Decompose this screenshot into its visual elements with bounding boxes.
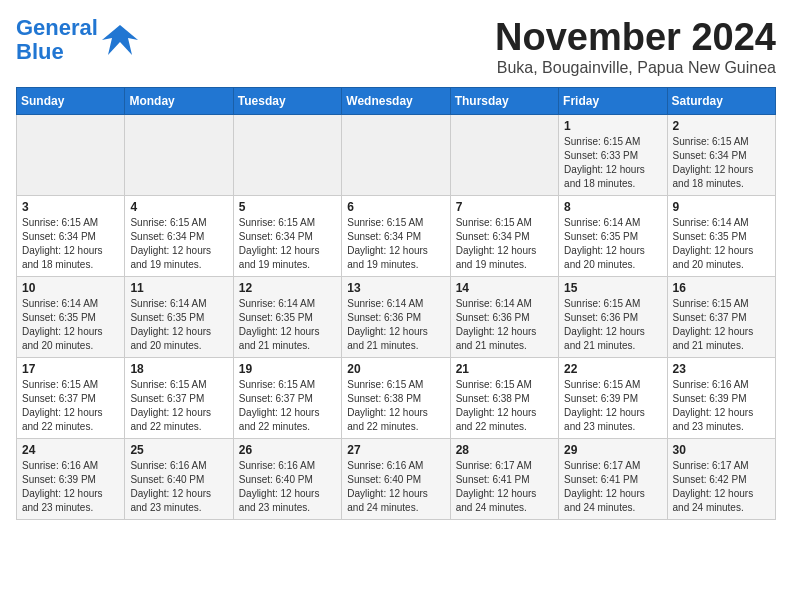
- day-info: Sunrise: 6:16 AM Sunset: 6:40 PM Dayligh…: [130, 459, 227, 515]
- calendar-cell: 13Sunrise: 6:14 AM Sunset: 6:36 PM Dayli…: [342, 277, 450, 358]
- page-header: General Blue November 2024 Buka, Bougain…: [16, 16, 776, 77]
- calendar-cell: [450, 115, 558, 196]
- day-info: Sunrise: 6:15 AM Sunset: 6:38 PM Dayligh…: [456, 378, 553, 434]
- day-info: Sunrise: 6:15 AM Sunset: 6:34 PM Dayligh…: [130, 216, 227, 272]
- calendar-cell: 12Sunrise: 6:14 AM Sunset: 6:35 PM Dayli…: [233, 277, 341, 358]
- day-number: 25: [130, 443, 227, 457]
- title-block: November 2024 Buka, Bougainville, Papua …: [495, 16, 776, 77]
- day-number: 28: [456, 443, 553, 457]
- day-number: 17: [22, 362, 119, 376]
- calendar-cell: 2Sunrise: 6:15 AM Sunset: 6:34 PM Daylig…: [667, 115, 775, 196]
- calendar-cell: 24Sunrise: 6:16 AM Sunset: 6:39 PM Dayli…: [17, 439, 125, 520]
- day-info: Sunrise: 6:15 AM Sunset: 6:34 PM Dayligh…: [239, 216, 336, 272]
- weekday-header: Tuesday: [233, 88, 341, 115]
- day-info: Sunrise: 6:15 AM Sunset: 6:36 PM Dayligh…: [564, 297, 661, 353]
- weekday-header: Wednesday: [342, 88, 450, 115]
- calendar-cell: 23Sunrise: 6:16 AM Sunset: 6:39 PM Dayli…: [667, 358, 775, 439]
- calendar-cell: 15Sunrise: 6:15 AM Sunset: 6:36 PM Dayli…: [559, 277, 667, 358]
- day-info: Sunrise: 6:15 AM Sunset: 6:37 PM Dayligh…: [239, 378, 336, 434]
- calendar-body: 1Sunrise: 6:15 AM Sunset: 6:33 PM Daylig…: [17, 115, 776, 520]
- calendar-cell: 22Sunrise: 6:15 AM Sunset: 6:39 PM Dayli…: [559, 358, 667, 439]
- day-info: Sunrise: 6:15 AM Sunset: 6:38 PM Dayligh…: [347, 378, 444, 434]
- svg-marker-0: [102, 25, 138, 55]
- calendar-cell: 9Sunrise: 6:14 AM Sunset: 6:35 PM Daylig…: [667, 196, 775, 277]
- calendar-cell: 1Sunrise: 6:15 AM Sunset: 6:33 PM Daylig…: [559, 115, 667, 196]
- calendar-cell: 17Sunrise: 6:15 AM Sunset: 6:37 PM Dayli…: [17, 358, 125, 439]
- day-number: 13: [347, 281, 444, 295]
- day-info: Sunrise: 6:14 AM Sunset: 6:35 PM Dayligh…: [239, 297, 336, 353]
- calendar-cell: 14Sunrise: 6:14 AM Sunset: 6:36 PM Dayli…: [450, 277, 558, 358]
- calendar-cell: [233, 115, 341, 196]
- weekday-header: Saturday: [667, 88, 775, 115]
- day-info: Sunrise: 6:14 AM Sunset: 6:35 PM Dayligh…: [130, 297, 227, 353]
- day-info: Sunrise: 6:16 AM Sunset: 6:40 PM Dayligh…: [347, 459, 444, 515]
- calendar-cell: [125, 115, 233, 196]
- calendar-cell: 20Sunrise: 6:15 AM Sunset: 6:38 PM Dayli…: [342, 358, 450, 439]
- day-number: 10: [22, 281, 119, 295]
- logo-text2: Blue: [16, 39, 64, 64]
- logo: General Blue: [16, 16, 140, 64]
- day-info: Sunrise: 6:15 AM Sunset: 6:34 PM Dayligh…: [347, 216, 444, 272]
- weekday-header: Sunday: [17, 88, 125, 115]
- calendar-cell: 16Sunrise: 6:15 AM Sunset: 6:37 PM Dayli…: [667, 277, 775, 358]
- day-number: 19: [239, 362, 336, 376]
- day-number: 21: [456, 362, 553, 376]
- day-number: 18: [130, 362, 227, 376]
- day-number: 14: [456, 281, 553, 295]
- day-info: Sunrise: 6:17 AM Sunset: 6:41 PM Dayligh…: [456, 459, 553, 515]
- calendar-cell: 8Sunrise: 6:14 AM Sunset: 6:35 PM Daylig…: [559, 196, 667, 277]
- weekday-header: Monday: [125, 88, 233, 115]
- calendar-cell: 27Sunrise: 6:16 AM Sunset: 6:40 PM Dayli…: [342, 439, 450, 520]
- calendar-cell: 7Sunrise: 6:15 AM Sunset: 6:34 PM Daylig…: [450, 196, 558, 277]
- day-info: Sunrise: 6:15 AM Sunset: 6:34 PM Dayligh…: [456, 216, 553, 272]
- day-info: Sunrise: 6:16 AM Sunset: 6:39 PM Dayligh…: [22, 459, 119, 515]
- day-info: Sunrise: 6:14 AM Sunset: 6:36 PM Dayligh…: [456, 297, 553, 353]
- logo-text: General: [16, 15, 98, 40]
- calendar-subtitle: Buka, Bougainville, Papua New Guinea: [495, 59, 776, 77]
- calendar-cell: 30Sunrise: 6:17 AM Sunset: 6:42 PM Dayli…: [667, 439, 775, 520]
- calendar-cell: 26Sunrise: 6:16 AM Sunset: 6:40 PM Dayli…: [233, 439, 341, 520]
- calendar-cell: 6Sunrise: 6:15 AM Sunset: 6:34 PM Daylig…: [342, 196, 450, 277]
- day-info: Sunrise: 6:15 AM Sunset: 6:34 PM Dayligh…: [673, 135, 770, 191]
- calendar-cell: 18Sunrise: 6:15 AM Sunset: 6:37 PM Dayli…: [125, 358, 233, 439]
- day-number: 16: [673, 281, 770, 295]
- day-number: 24: [22, 443, 119, 457]
- calendar-cell: 3Sunrise: 6:15 AM Sunset: 6:34 PM Daylig…: [17, 196, 125, 277]
- day-info: Sunrise: 6:15 AM Sunset: 6:39 PM Dayligh…: [564, 378, 661, 434]
- day-info: Sunrise: 6:15 AM Sunset: 6:33 PM Dayligh…: [564, 135, 661, 191]
- day-number: 5: [239, 200, 336, 214]
- day-number: 22: [564, 362, 661, 376]
- day-number: 15: [564, 281, 661, 295]
- day-number: 2: [673, 119, 770, 133]
- calendar-cell: 4Sunrise: 6:15 AM Sunset: 6:34 PM Daylig…: [125, 196, 233, 277]
- day-number: 3: [22, 200, 119, 214]
- calendar-table: SundayMondayTuesdayWednesdayThursdayFrid…: [16, 87, 776, 520]
- day-info: Sunrise: 6:14 AM Sunset: 6:35 PM Dayligh…: [564, 216, 661, 272]
- logo-bird-icon: [100, 20, 140, 60]
- day-number: 6: [347, 200, 444, 214]
- weekday-header: Friday: [559, 88, 667, 115]
- day-info: Sunrise: 6:16 AM Sunset: 6:40 PM Dayligh…: [239, 459, 336, 515]
- day-number: 11: [130, 281, 227, 295]
- day-info: Sunrise: 6:15 AM Sunset: 6:37 PM Dayligh…: [22, 378, 119, 434]
- weekday-header: Thursday: [450, 88, 558, 115]
- day-info: Sunrise: 6:15 AM Sunset: 6:37 PM Dayligh…: [673, 297, 770, 353]
- calendar-cell: 25Sunrise: 6:16 AM Sunset: 6:40 PM Dayli…: [125, 439, 233, 520]
- day-number: 26: [239, 443, 336, 457]
- day-number: 8: [564, 200, 661, 214]
- calendar-cell: [17, 115, 125, 196]
- day-info: Sunrise: 6:14 AM Sunset: 6:35 PM Dayligh…: [673, 216, 770, 272]
- day-number: 20: [347, 362, 444, 376]
- calendar-title: November 2024: [495, 16, 776, 59]
- calendar-cell: 28Sunrise: 6:17 AM Sunset: 6:41 PM Dayli…: [450, 439, 558, 520]
- day-info: Sunrise: 6:16 AM Sunset: 6:39 PM Dayligh…: [673, 378, 770, 434]
- day-info: Sunrise: 6:15 AM Sunset: 6:34 PM Dayligh…: [22, 216, 119, 272]
- calendar-cell: 11Sunrise: 6:14 AM Sunset: 6:35 PM Dayli…: [125, 277, 233, 358]
- day-info: Sunrise: 6:17 AM Sunset: 6:41 PM Dayligh…: [564, 459, 661, 515]
- day-number: 1: [564, 119, 661, 133]
- calendar-cell: 19Sunrise: 6:15 AM Sunset: 6:37 PM Dayli…: [233, 358, 341, 439]
- calendar-cell: 21Sunrise: 6:15 AM Sunset: 6:38 PM Dayli…: [450, 358, 558, 439]
- day-number: 4: [130, 200, 227, 214]
- day-number: 30: [673, 443, 770, 457]
- day-number: 9: [673, 200, 770, 214]
